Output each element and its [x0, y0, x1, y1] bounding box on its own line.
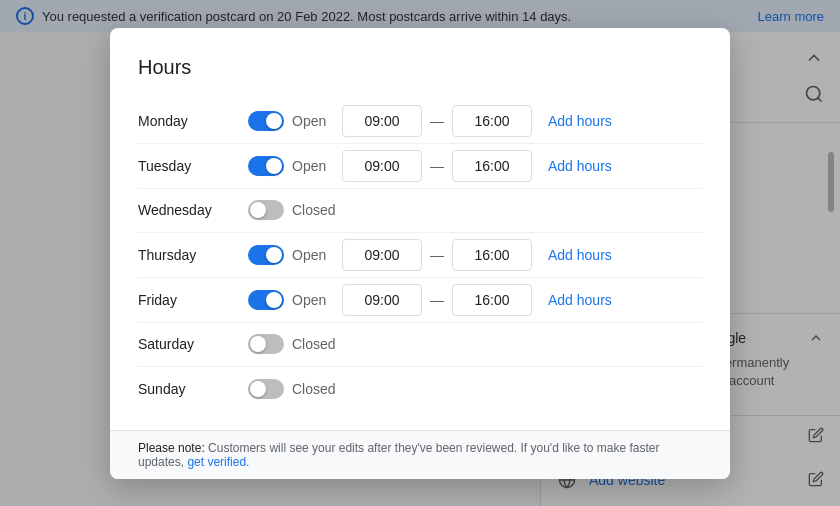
status-sunday: Closed — [292, 381, 336, 397]
separator-thursday: — — [430, 247, 444, 263]
add-hours-friday[interactable]: Add hours — [548, 292, 612, 308]
toggle-monday[interactable] — [248, 111, 284, 131]
toggle-thursday[interactable] — [248, 245, 284, 265]
open-time-friday[interactable] — [342, 284, 422, 316]
table-row: Saturday Closed — [138, 323, 702, 367]
day-friday: Friday — [138, 292, 248, 308]
close-time-monday[interactable] — [452, 105, 532, 137]
add-hours-thursday[interactable]: Add hours — [548, 247, 612, 263]
status-friday: Open — [292, 292, 342, 308]
table-row: Thursday Open — Add hours — [138, 233, 702, 278]
day-sunday: Sunday — [138, 381, 248, 397]
toggle-wednesday[interactable] — [248, 200, 284, 220]
add-hours-monday[interactable]: Add hours — [548, 113, 612, 129]
table-row: Friday Open — Add hours — [138, 278, 702, 323]
hours-modal: Hours Monday Open — Add hours Tuesday Op… — [110, 28, 730, 479]
modal-overlay: Hours Monday Open — Add hours Tuesday Op… — [0, 0, 840, 506]
add-hours-tuesday[interactable]: Add hours — [548, 158, 612, 174]
hours-table: Monday Open — Add hours Tuesday Open — A… — [138, 99, 702, 411]
note-bar: Please note: Customers will see your edi… — [110, 430, 730, 479]
day-wednesday: Wednesday — [138, 202, 248, 218]
toggle-sunday[interactable] — [248, 379, 284, 399]
separator-monday: — — [430, 113, 444, 129]
close-time-friday[interactable] — [452, 284, 532, 316]
open-time-thursday[interactable] — [342, 239, 422, 271]
table-row: Sunday Closed — [138, 367, 702, 411]
close-time-tuesday[interactable] — [452, 150, 532, 182]
day-saturday: Saturday — [138, 336, 248, 352]
status-wednesday: Closed — [292, 202, 336, 218]
table-row: Wednesday Closed — [138, 189, 702, 233]
get-verified-link[interactable]: get verified. — [187, 455, 249, 469]
open-time-tuesday[interactable] — [342, 150, 422, 182]
day-tuesday: Tuesday — [138, 158, 248, 174]
note-prefix: Please note: — [138, 441, 205, 455]
table-row: Monday Open — Add hours — [138, 99, 702, 144]
toggle-tuesday[interactable] — [248, 156, 284, 176]
modal-title: Hours — [138, 56, 702, 79]
status-monday: Open — [292, 113, 342, 129]
toggle-friday[interactable] — [248, 290, 284, 310]
status-thursday: Open — [292, 247, 342, 263]
separator-tuesday: — — [430, 158, 444, 174]
separator-friday: — — [430, 292, 444, 308]
day-thursday: Thursday — [138, 247, 248, 263]
status-saturday: Closed — [292, 336, 336, 352]
close-time-thursday[interactable] — [452, 239, 532, 271]
table-row: Tuesday Open — Add hours — [138, 144, 702, 189]
toggle-saturday[interactable] — [248, 334, 284, 354]
day-monday: Monday — [138, 113, 248, 129]
status-tuesday: Open — [292, 158, 342, 174]
open-time-monday[interactable] — [342, 105, 422, 137]
